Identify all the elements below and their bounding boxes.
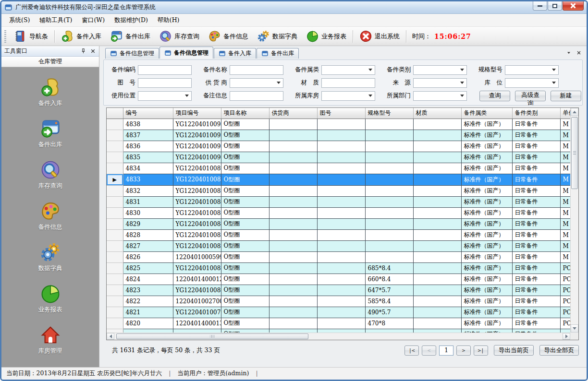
row-selector-cell[interactable] [107,285,123,296]
toolbar-inventory-query-button[interactable]: 库存查询 [155,28,204,45]
table-row[interactable]: 4835YG12204010090O型圈标准件（国产）日常备件M [107,152,570,163]
first-page-button[interactable]: |< [404,345,419,356]
table-row[interactable]: ▶4833YG12204010088O型圈标准件（国产）日常备件M [107,174,570,185]
new-button[interactable]: 新建 [551,91,581,101]
toolbar-exit-system-button[interactable]: 退出系统 [355,28,404,45]
toolbar-navigation-bar-button[interactable]: 导航条 [10,28,52,45]
table-row[interactable]: 4821YG12204010079O型圈490*5.7标准件（国产）日常备件PC [107,307,570,318]
table-row[interactable]: 4827YG12204010082O型圈标准件（国产）日常备件M [107,240,570,251]
table-row[interactable]: 4838YG12204010093O型圈标准件（国产）日常备件M [107,119,570,130]
toolbar-spare-info-button[interactable]: 备件信息 [204,28,253,45]
scroll-down-arrow[interactable] [571,324,578,333]
row-selector-cell[interactable] [107,207,123,218]
field-select[interactable] [413,65,467,75]
field-select[interactable] [505,78,559,88]
table-row[interactable]: 48241220401400012O型圈660*8.4标准件（国产）日常备件PC [107,274,570,285]
column-header[interactable]: 编号 [123,108,173,119]
table-row[interactable]: 4829YG12204010084O型圈标准件（国产）日常备件M [107,218,570,229]
column-header[interactable]: 备件属类 [461,108,512,119]
table-row[interactable]: 4823YG12204010080O型圈647*5.7标准件（国产）日常备件PC [107,285,570,296]
row-selector-cell[interactable] [107,251,123,262]
sidebar-item-business-report[interactable]: 业务报表 [38,283,62,314]
field-input[interactable] [138,78,192,88]
next-page-button[interactable]: > [456,345,471,356]
toolbar-spare-inbound-button[interactable]: 备件入库 [57,28,106,45]
table-row[interactable]: 48201220401400013O型圈470*8标准件（国产）日常备件PC [107,318,570,329]
field-input[interactable] [321,78,375,88]
tab-item[interactable]: 备件信息管理 [159,47,213,59]
table-row[interactable]: 48221220401002700O型圈585*8.4标准件（国产）日常备件PC [107,296,570,307]
toolbar-data-dictionary-button[interactable]: 数据字典 [253,28,302,45]
row-selector-cell[interactable] [107,218,123,229]
column-header[interactable]: 备件类别 [512,108,560,119]
sidebar-item-spare-inbound[interactable]: 备件入库 [38,77,62,107]
field-select[interactable] [413,78,467,88]
toolbar-spare-outbound-button[interactable]: 备件出库 [106,28,155,45]
sidebar-item-data-dictionary[interactable]: 数据字典 [38,242,62,273]
tab-close-icon[interactable] [576,50,582,56]
scroll-right-arrow[interactable] [563,333,570,340]
table-row[interactable]: 4836YG12204010091O型圈标准件（国产）日常备件M [107,141,570,152]
vertical-scroll-thumb[interactable] [571,117,578,189]
field-input[interactable] [138,65,192,75]
row-selector-cell[interactable] [107,229,123,240]
column-header[interactable]: 项目编号 [173,108,221,119]
row-selector-cell[interactable] [107,307,123,318]
last-page-button[interactable]: >| [474,345,488,356]
row-selector-cell[interactable] [107,196,123,207]
row-selector-cell[interactable] [107,119,123,130]
pin-icon[interactable] [80,48,86,54]
menu-item[interactable]: 帮助(H) [153,15,184,26]
toolbar-grip[interactable] [4,30,6,43]
query-button[interactable]: 查询 [479,91,510,101]
tab-item[interactable]: 备件出库 [257,48,299,59]
field-select[interactable] [413,91,467,101]
tab-item[interactable]: 备件入库 [214,48,256,59]
row-selector-cell[interactable] [107,152,123,163]
column-header[interactable]: 供货商 [269,108,317,119]
horizontal-scroll-thumb[interactable] [116,333,308,339]
export-current-page-button[interactable]: 导出当前页 [494,345,534,356]
sidebar-item-spare-info[interactable]: 备件信息 [38,201,62,231]
row-selector-cell[interactable] [107,130,123,141]
field-input[interactable] [230,65,283,75]
advanced-query-button[interactable]: 高级查询 [515,91,546,101]
sidebar-item-spare-outbound[interactable]: 备件出库 [38,118,62,149]
toolbar-business-report-button[interactable]: 业务报表 [302,28,351,45]
row-selector-cell[interactable] [107,329,123,333]
table-row[interactable]: 4831YG12204010086O型圈标准件（国产）日常备件M [107,196,570,207]
table-row[interactable]: 4830YG12204010085O型圈标准件（国产）日常备件M [107,207,570,218]
sidebar-item-warehouse-management[interactable]: 库房管理 [38,324,62,355]
column-header[interactable]: 单位 [560,108,570,119]
maximize-button[interactable] [548,1,562,11]
table-row[interactable]: O型圈标准件（国产）日常备件 [107,329,570,333]
table-row[interactable]: 48261220401000599O型圈标准件（国产）日常备件M [107,251,570,262]
table-row[interactable]: 4825YG12204010081O型圈685*8.4标准件（国产）日常备件PC [107,262,570,274]
row-selector-cell[interactable] [107,141,123,152]
row-selector-cell[interactable] [107,185,123,196]
menu-item[interactable]: 窗口(W) [77,15,110,26]
row-selector-cell[interactable] [107,318,123,329]
scroll-up-arrow[interactable] [571,108,578,116]
page-number-box[interactable]: 1 [439,345,453,356]
prev-page-button[interactable]: < [422,345,436,356]
tab-item[interactable]: 备件信息管理 [105,48,159,59]
table-row[interactable]: 4837YG12204010092O型圈标准件（国产）日常备件M [107,130,570,141]
field-select[interactable] [321,65,375,75]
table-row[interactable]: 4832YG12204010087O型圈标准件（国产）日常备件M [107,185,570,196]
column-header[interactable]: 图号 [317,108,365,119]
close-button[interactable] [563,1,584,11]
row-selector-cell[interactable]: ▶ [107,174,123,185]
scroll-left-arrow[interactable] [107,333,114,340]
table-row[interactable]: 4828YG12204010083O型圈标准件（国产）日常备件M [107,229,570,240]
sidebar-close-icon[interactable] [90,48,96,54]
column-header[interactable]: 材质 [413,108,461,119]
field-select[interactable] [230,78,283,88]
menu-item[interactable]: 辅助工具(T) [35,15,77,26]
menu-item[interactable]: 数据维护(D) [110,15,153,26]
field-select[interactable] [505,65,559,75]
field-input[interactable] [230,91,283,101]
row-selector-cell[interactable] [107,240,123,251]
tab-list-chevron-icon[interactable] [566,50,572,56]
minimize-button[interactable] [533,1,547,11]
